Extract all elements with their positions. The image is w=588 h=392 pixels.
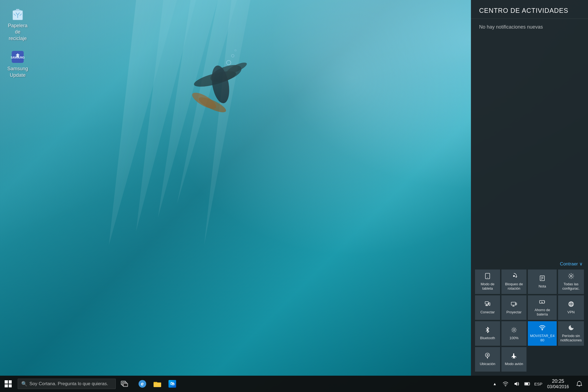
collapse-button[interactable]: Contraer ∨ (560, 261, 583, 267)
svg-marker-4 (204, 0, 250, 245)
vpn-button[interactable]: VPN (558, 295, 584, 320)
explorer-icon (153, 380, 161, 387)
airplane-mode-icon (511, 353, 517, 360)
bluetooth-button[interactable]: Bluetooth (475, 321, 500, 346)
cortana-search-bar[interactable]: 🔍 Soy Cortana. Pregunta lo que quieras. (18, 379, 116, 389)
taskbar-app-edge[interactable]: e (135, 376, 150, 392)
project-icon (511, 301, 517, 308)
svg-rect-65 (525, 383, 528, 385)
show-hidden-icons-button[interactable]: ▲ (490, 376, 500, 392)
svg-point-7 (226, 60, 248, 76)
svg-point-6 (193, 68, 238, 90)
quiet-hours-button[interactable]: Período sin notificaciones (558, 321, 584, 346)
start-button[interactable] (0, 376, 16, 392)
search-icon: 🔍 (21, 381, 27, 387)
samsung-update-icon: SAMSUNG (11, 50, 25, 64)
collapse-label: Contraer (560, 261, 578, 267)
ime-tray-icon[interactable]: ESP (534, 376, 543, 392)
vpn-icon (568, 301, 574, 308)
svg-point-55 (542, 329, 543, 330)
svg-line-54 (512, 331, 513, 332)
battery-icon (524, 382, 530, 386)
svg-marker-3 (177, 0, 237, 204)
task-view-button[interactable] (117, 376, 132, 392)
airplane-mode-button[interactable]: Modo avión (501, 347, 526, 372)
battery-tray-icon[interactable] (523, 376, 532, 392)
collapse-row: Contraer ∨ (475, 261, 584, 270)
svg-point-9 (197, 94, 228, 115)
action-center-notifications: No hay notificaciones nuevas (471, 19, 588, 257)
store-icon: 🛍 (169, 380, 176, 388)
edge-icon: e (139, 380, 146, 388)
notification-bell-icon (576, 381, 582, 387)
rotation-lock-button[interactable]: Bloqueo de rotación (501, 270, 526, 294)
taskbar: 🔍 Soy Cortana. Pregunta lo que quieras. … (0, 376, 588, 392)
vpn-label: VPN (567, 310, 575, 314)
svg-rect-36 (516, 303, 517, 305)
action-center-toggle-button[interactable] (573, 376, 585, 392)
svg-rect-30 (489, 303, 490, 305)
recycle-bin-label: Papelera de reciclaje (7, 23, 29, 42)
location-button[interactable]: Ubicación (475, 347, 500, 372)
svg-line-51 (512, 328, 513, 329)
svg-text:SAMSUNG: SAMSUNG (11, 56, 24, 59)
recycle-bin-icon (11, 7, 25, 21)
connect-label: Conectar (480, 310, 495, 314)
location-label: Ubicación (480, 362, 495, 366)
taskbar-app-store[interactable]: 🛍 (165, 376, 180, 392)
svg-rect-15 (14, 10, 21, 11)
task-view-icon (121, 381, 128, 387)
note-label: Nota (538, 284, 546, 289)
svg-point-26 (570, 275, 572, 277)
svg-point-10 (209, 64, 232, 105)
battery-saver-button[interactable]: Ahorro de batería (528, 295, 557, 320)
wifi-label: MOVISTAR_E4 80 (530, 334, 555, 342)
svg-point-56 (487, 354, 488, 356)
connect-icon (484, 301, 491, 308)
samsung-update-label: Samsung Update (7, 66, 29, 78)
note-button[interactable]: Nota (528, 270, 557, 294)
svg-point-11 (226, 60, 231, 65)
taskbar-app-explorer[interactable] (150, 376, 165, 392)
connect-button[interactable]: Conectar (475, 295, 500, 320)
desktop-icons-area: Papelera de reciclaje SAMSUNG Samsung Up… (5, 5, 30, 80)
project-label: Proyectar (506, 310, 522, 314)
battery-saver-label: Ahorro de batería (530, 308, 555, 316)
network-icon (503, 381, 508, 386)
sound-tray-icon[interactable] (512, 376, 521, 392)
svg-point-12 (231, 54, 234, 57)
svg-rect-60 (154, 382, 161, 387)
project-button[interactable]: Proyectar (501, 295, 526, 320)
all-settings-button[interactable]: Todas las configurac. (558, 270, 584, 294)
desktop-icon-samsung-update[interactable]: SAMSUNG Samsung Update (5, 48, 30, 80)
taskbar-clock[interactable]: 20:25 03/04/2016 (544, 376, 572, 392)
quiet-hours-label: Período sin notificaciones (560, 334, 582, 342)
desktop-icon-recycle-bin[interactable]: Papelera de reciclaje (5, 5, 30, 43)
svg-point-13 (235, 50, 236, 51)
action-center-header: CENTRO DE ACTIVIDADES (471, 0, 588, 19)
svg-marker-0 (109, 0, 177, 245)
sound-icon (514, 381, 519, 386)
svg-line-53 (515, 328, 516, 329)
battery-saver-icon (539, 299, 546, 306)
tablet-mode-button[interactable]: Modo de tableta (475, 270, 500, 294)
clock-time: 20:25 (552, 378, 564, 384)
wifi-button[interactable]: MOVISTAR_E4 80 (528, 321, 557, 346)
brightness-button[interactable]: 100% (501, 321, 526, 346)
network-tray-icon[interactable] (501, 376, 510, 392)
svg-rect-62 (154, 382, 161, 383)
all-settings-label: Todas las configurac. (560, 282, 582, 290)
quiet-hours-icon (568, 324, 574, 332)
svg-rect-16 (16, 9, 19, 10)
svg-point-20 (487, 277, 488, 278)
svg-point-5 (208, 62, 244, 85)
brightness-icon (511, 327, 517, 334)
svg-rect-17 (12, 51, 24, 63)
airplane-mode-label: Modo avión (505, 362, 523, 366)
rotation-lock-label: Bloqueo de rotación (504, 282, 524, 290)
tablet-mode-label: Modo de tableta (477, 282, 498, 290)
taskbar-apps-area: e 🛍 (135, 376, 490, 392)
svg-rect-14 (13, 11, 23, 20)
svg-rect-29 (486, 305, 488, 306)
system-tray: ▲ (490, 376, 588, 392)
